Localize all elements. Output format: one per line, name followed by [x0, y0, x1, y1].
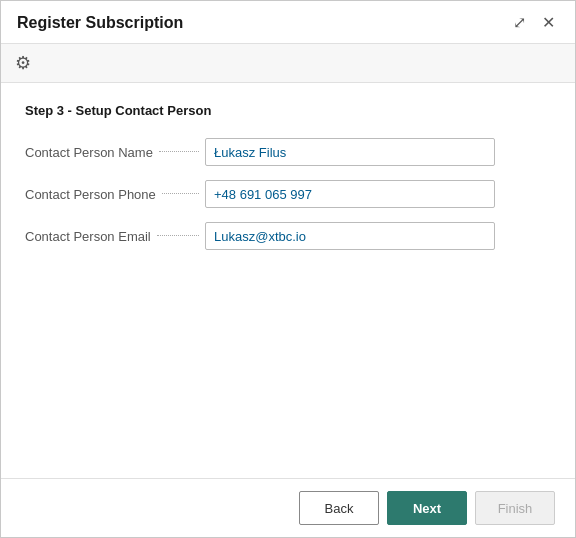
dialog-titlebar: Register Subscription ⤢ ✕	[1, 1, 575, 44]
form-label-text-contact-person-name: Contact Person Name	[25, 145, 153, 160]
form-label-contact-person-name: Contact Person Name	[25, 145, 205, 160]
expand-icon: ⤢	[513, 14, 526, 31]
dialog-title: Register Subscription	[17, 14, 183, 32]
back-button[interactable]: Back	[299, 491, 379, 525]
toolbar: ⚙	[1, 44, 575, 83]
finish-button: Finish	[475, 491, 555, 525]
expand-button[interactable]: ⤢	[509, 13, 530, 33]
dots-contact-person-email	[157, 235, 199, 236]
form-row-contact-person-name: Contact Person Name	[25, 138, 551, 166]
close-icon: ✕	[542, 14, 555, 31]
gear-icon[interactable]: ⚙	[15, 52, 31, 74]
titlebar-icons: ⤢ ✕	[509, 13, 559, 33]
form-label-contact-person-phone: Contact Person Phone	[25, 187, 205, 202]
dialog-body: Step 3 - Setup Contact Person Contact Pe…	[1, 83, 575, 478]
dots-contact-person-phone	[162, 193, 199, 194]
register-subscription-dialog: Register Subscription ⤢ ✕ ⚙ Step 3 - Set…	[0, 0, 576, 538]
dots-contact-person-name	[159, 151, 199, 152]
contact-person-email-input[interactable]	[205, 222, 495, 250]
contact-person-name-input[interactable]	[205, 138, 495, 166]
step-label: Step 3 - Setup Contact Person	[25, 103, 551, 118]
form-container: Contact Person NameContact Person PhoneC…	[25, 138, 551, 250]
form-row-contact-person-email: Contact Person Email	[25, 222, 551, 250]
form-label-text-contact-person-phone: Contact Person Phone	[25, 187, 156, 202]
dialog-footer: Back Next Finish	[1, 478, 575, 537]
contact-person-phone-input[interactable]	[205, 180, 495, 208]
form-label-contact-person-email: Contact Person Email	[25, 229, 205, 244]
close-button[interactable]: ✕	[538, 13, 559, 33]
form-label-text-contact-person-email: Contact Person Email	[25, 229, 151, 244]
next-button[interactable]: Next	[387, 491, 467, 525]
form-row-contact-person-phone: Contact Person Phone	[25, 180, 551, 208]
